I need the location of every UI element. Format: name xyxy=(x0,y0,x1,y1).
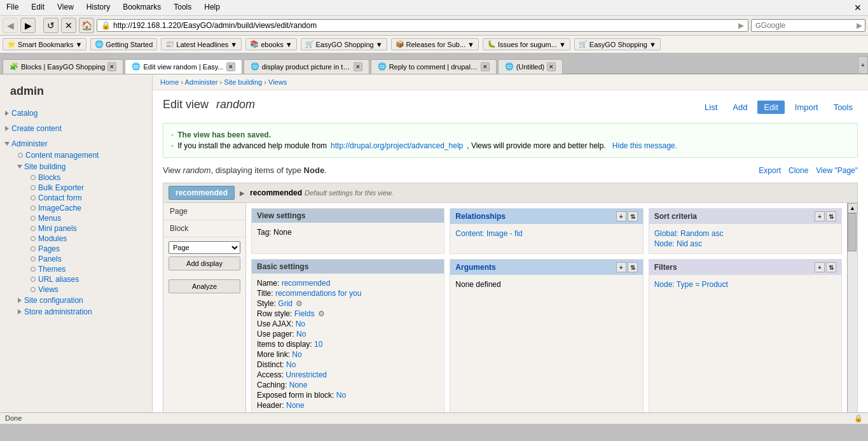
basic-access-link[interactable]: Unrestricted xyxy=(286,370,327,379)
basic-pager-link[interactable]: No xyxy=(296,330,306,339)
views-analyze-button[interactable]: Analyze xyxy=(169,279,240,293)
basic-name-link[interactable]: recommended xyxy=(282,279,331,288)
bookmark-easygo2[interactable]: 🛒 EasyGO Shopping ▼ xyxy=(574,38,661,50)
basic-items-link[interactable]: 10 xyxy=(314,340,322,349)
sidebar-link-content-mgmt[interactable]: Content management xyxy=(25,151,99,160)
sort-link-1[interactable]: Node: Nid asc xyxy=(654,239,702,248)
add-sort-btn[interactable]: + xyxy=(815,211,825,221)
scrollbar-up-btn[interactable]: ▲ xyxy=(848,203,858,213)
sidebar-link-blocks[interactable]: Blocks xyxy=(38,173,60,182)
bookmark-headlines[interactable]: 📰 Latest Headlines ▼ xyxy=(161,38,242,50)
tab-close-2[interactable]: ✕ xyxy=(354,62,362,71)
sidebar-link-bulk-exporter[interactable]: Bulk Exporter xyxy=(38,183,84,192)
menu-view[interactable]: View xyxy=(55,1,76,14)
breadcrumb-site-building[interactable]: Site building xyxy=(224,78,262,86)
sidebar-link-catalog[interactable]: Catalog xyxy=(11,109,38,118)
address-input[interactable]: http://192.168.1.220/EasyGO/admin/build/… xyxy=(113,21,736,30)
search-input[interactable] xyxy=(761,21,857,30)
menu-bookmarks[interactable]: Bookmarks xyxy=(120,1,163,14)
sidebar-link-contact-form[interactable]: Contact form xyxy=(38,193,82,202)
tab-reply[interactable]: 🌐 Reply to comment | drupal.org ✕ xyxy=(371,59,497,74)
sidebar-link-menus[interactable]: Menus xyxy=(38,214,61,223)
add-filter-btn[interactable]: + xyxy=(815,262,825,272)
home-button[interactable]: 🏠 xyxy=(79,18,94,33)
sidebar-link-url-aliases[interactable]: URL aliases xyxy=(38,275,79,284)
action-edit[interactable]: Edit xyxy=(757,101,784,114)
sidebar-link-modules[interactable]: Modules xyxy=(38,234,67,243)
tab-edit-view[interactable]: 🌐 Edit view random | Easy... ✕ xyxy=(125,59,242,74)
sidebar-link-pages[interactable]: Pages xyxy=(38,244,60,253)
sidebar-link-store-admin[interactable]: Store administration xyxy=(24,307,92,316)
action-import[interactable]: Import xyxy=(790,101,823,113)
tab-display-product[interactable]: 🌐 display product picture in th... ✕ xyxy=(244,59,369,74)
action-list[interactable]: List xyxy=(699,101,722,113)
views-tab-recommended[interactable]: recommended xyxy=(169,186,235,200)
menu-tools[interactable]: Tools xyxy=(171,1,194,14)
view-action-page[interactable]: View "Page" xyxy=(816,166,858,175)
sidebar-link-site-config[interactable]: Site configuration xyxy=(24,296,83,305)
bookmark-easygo1[interactable]: 🛒 EasyGO Shopping ▼ xyxy=(301,38,387,50)
tab-untitled[interactable]: 🌐 (Untitled) ✕ xyxy=(498,59,563,74)
sidebar-link-imagecache[interactable]: ImageCache xyxy=(38,204,81,213)
view-action-clone[interactable]: Clone xyxy=(789,166,808,175)
basic-title-link[interactable]: recommendations for you xyxy=(275,289,361,298)
breadcrumb-administer[interactable]: Administer xyxy=(185,78,218,86)
basic-footer-link[interactable]: None xyxy=(283,411,301,412)
reload-button[interactable]: ↺ xyxy=(43,18,59,33)
views-add-display-button[interactable]: Add display xyxy=(169,256,240,270)
add-relationship-btn[interactable]: + xyxy=(616,211,626,221)
basic-style-link[interactable]: Grid xyxy=(278,299,293,308)
menu-help[interactable]: Help xyxy=(202,1,223,14)
sidebar-link-mini-panels[interactable]: Mini panels xyxy=(38,224,77,233)
add-argument-btn[interactable]: + xyxy=(616,262,626,272)
menu-history[interactable]: History xyxy=(84,1,113,14)
basic-exposed-link[interactable]: No xyxy=(336,391,346,400)
search-submit-icon[interactable]: ▶ xyxy=(857,21,862,30)
menu-file[interactable]: File xyxy=(4,1,21,14)
breadcrumb-home[interactable]: Home xyxy=(160,78,179,86)
notice-help-link[interactable]: http://drupal.org/project/advanced_help xyxy=(331,141,463,150)
row-style-gear-icon[interactable]: ⚙ xyxy=(318,309,325,318)
tab-close-0[interactable]: ✕ xyxy=(107,62,116,71)
reorder-relationship-btn[interactable]: ⇅ xyxy=(628,211,638,221)
sidebar-link-panels[interactable]: Panels xyxy=(38,255,62,263)
views-display-page[interactable]: Page xyxy=(163,203,245,220)
bookmark-smart[interactable]: ⭐ Smart Bookmarks ▼ xyxy=(3,38,86,50)
sidebar-link-create-content[interactable]: Create content xyxy=(11,124,62,133)
bookmark-ebooks[interactable]: 📚 ebooks ▼ xyxy=(245,38,296,50)
scrollbar-thumb[interactable] xyxy=(848,213,857,251)
basic-caching-link[interactable]: None xyxy=(289,381,308,389)
tab-close-4[interactable]: ✕ xyxy=(547,62,556,71)
reorder-sort-btn[interactable]: ⇅ xyxy=(826,211,836,221)
style-gear-icon[interactable]: ⚙ xyxy=(296,299,303,308)
views-display-block[interactable]: Block xyxy=(163,220,245,237)
view-action-export[interactable]: Export xyxy=(759,166,781,175)
sidebar-link-themes[interactable]: Themes xyxy=(38,265,65,274)
sidebar-link-views[interactable]: Views xyxy=(38,285,59,294)
forward-button[interactable]: ▶ xyxy=(20,18,36,33)
tab-close-1[interactable]: ✕ xyxy=(226,62,235,71)
sort-link-0[interactable]: Global: Random asc xyxy=(654,229,724,238)
basic-more-link[interactable]: No xyxy=(292,350,301,359)
breadcrumb-views[interactable]: Views xyxy=(268,78,287,86)
reorder-argument-btn[interactable]: ⇅ xyxy=(628,262,638,272)
tab-blocks[interactable]: 🧩 Blocks | EasyGO Shopping ✕ xyxy=(3,59,123,74)
filter-link-0[interactable]: Node: Type = Product xyxy=(654,280,728,289)
notice-hide-link[interactable]: Hide this message. xyxy=(612,141,677,150)
basic-ajax-link[interactable]: No xyxy=(296,319,305,328)
action-tools[interactable]: Tools xyxy=(829,101,858,113)
tab-close-3[interactable]: ✕ xyxy=(481,62,490,71)
reorder-filter-btn[interactable]: ⇅ xyxy=(826,262,836,272)
sidebar-link-site-building[interactable]: Site building xyxy=(24,162,65,171)
bookmark-started[interactable]: 🌐 Getting Started xyxy=(90,38,157,50)
basic-row-style-link[interactable]: Fields xyxy=(294,309,315,318)
new-tab-button[interactable]: + xyxy=(858,56,868,74)
menu-edit[interactable]: Edit xyxy=(29,1,47,14)
action-add[interactable]: Add xyxy=(727,101,752,113)
back-button[interactable]: ◀ xyxy=(3,18,18,33)
views-display-select[interactable]: Page xyxy=(169,241,240,254)
stop-button[interactable]: ✕ xyxy=(61,18,76,33)
window-close[interactable]: ✕ xyxy=(851,1,864,14)
bookmark-releases[interactable]: 📦 Releases for Sub... ▼ xyxy=(391,38,479,50)
relationship-link-0[interactable]: Content: Image - fid xyxy=(455,229,522,238)
